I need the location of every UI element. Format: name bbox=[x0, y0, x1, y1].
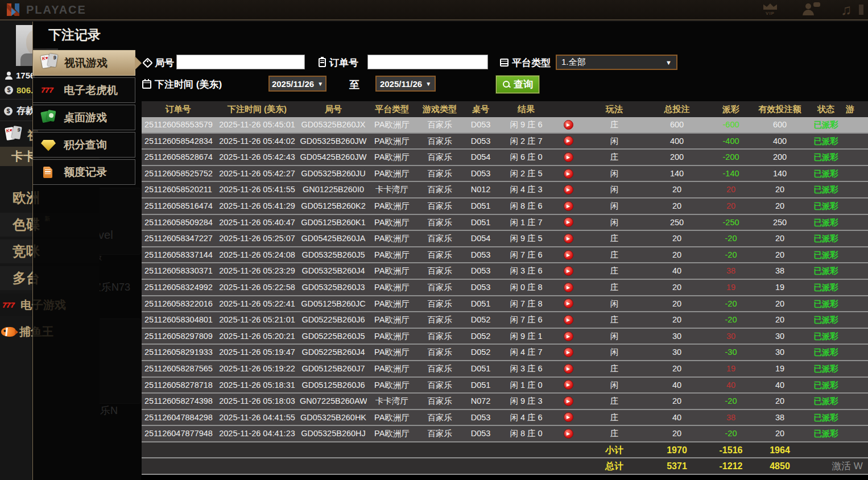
replay-play-button[interactable]: ▶ bbox=[564, 429, 573, 438]
date-to-select[interactable]: 2025/11/26 ▼ bbox=[375, 76, 436, 92]
table-row[interactable]: 2511260582919332025-11-26 05:19:47GD0522… bbox=[142, 345, 868, 361]
table-row[interactable]: 2511260478842982025-11-26 04:41:55GD0532… bbox=[142, 410, 868, 427]
table-row[interactable]: 2511260583220162025-11-26 05:22:41GD0512… bbox=[142, 296, 868, 313]
table-row[interactable]: 2511260585164742025-11-26 05:41:29GD0512… bbox=[142, 198, 868, 215]
replay-play-button[interactable]: ▶ bbox=[564, 120, 573, 130]
platform-select[interactable]: 1.全部 ▼ bbox=[556, 55, 677, 70]
replay-play-button[interactable]: ▶ bbox=[564, 396, 573, 406]
replay-play-button[interactable]: ▶ bbox=[564, 283, 573, 292]
cell-game-type: 百家乐 bbox=[417, 263, 462, 279]
cell-total-bet: 20 bbox=[646, 182, 708, 197]
online-players: 1756 bbox=[5, 71, 35, 80]
cell-valid-bet: 20 bbox=[754, 182, 806, 197]
cell-play-side: 闲 bbox=[583, 345, 646, 360]
replay-play-button[interactable]: ▶ bbox=[564, 152, 573, 162]
vip-button[interactable]: VIP bbox=[758, 1, 783, 19]
cell-game-type: 百家乐 bbox=[417, 215, 462, 230]
tab-label: 桌面游戏 bbox=[64, 110, 107, 125]
cell-result: 闲 6 庄 0 bbox=[499, 150, 553, 165]
cell-payout: -20 bbox=[708, 231, 754, 246]
replay-play-button[interactable]: ▶ bbox=[564, 332, 573, 341]
tab-slots[interactable]: 777 电子老虎机 bbox=[33, 77, 135, 103]
replay-play-button[interactable]: ▶ bbox=[564, 169, 573, 179]
brand-logo[interactable]: PLAYACE bbox=[6, 2, 86, 17]
screen: Jovel 总人数 百家乐N73 Aviam 百家乐N 1756 $ 806. … bbox=[0, 0, 868, 480]
replay-play-button[interactable]: ▶ bbox=[564, 266, 573, 276]
tab-quota-records[interactable]: 额度记录 bbox=[33, 159, 135, 185]
replay-play-button[interactable]: ▶ bbox=[564, 201, 573, 211]
table-row[interactable]: 2511260582978092025-11-26 05:20:21GD0522… bbox=[142, 329, 868, 345]
replay-play-button[interactable]: ▶ bbox=[564, 299, 573, 308]
table-row[interactable]: 2511260583472272025-11-26 05:25:07GD0542… bbox=[142, 231, 868, 247]
tab-video-games[interactable]: K♥ 9 视讯游戏 bbox=[33, 50, 135, 76]
cell-payout: -20 bbox=[708, 296, 754, 312]
replay-play-button[interactable]: ▶ bbox=[564, 234, 573, 243]
table-row[interactable]: 2511260585428342025-11-26 05:44:02GD0532… bbox=[142, 134, 868, 150]
slot-777-icon: 777 bbox=[40, 80, 58, 101]
table-row[interactable]: 2511260585092842025-11-26 05:40:47GD0512… bbox=[142, 215, 868, 231]
cell-table: D053 bbox=[462, 263, 499, 279]
table-row[interactable]: 2511260582875652025-11-26 05:19:22GD0512… bbox=[142, 361, 868, 378]
table-row[interactable]: 2511260583371442025-11-26 05:24:08GD0532… bbox=[142, 247, 868, 264]
replay-play-button[interactable]: ▶ bbox=[564, 364, 573, 374]
table-row[interactable]: 2511260583048012025-11-26 05:21:01GD0522… bbox=[142, 312, 868, 329]
table-row[interactable]: 2511260583303712025-11-26 05:23:29GD0532… bbox=[142, 263, 868, 280]
cell-status: 已派彩 bbox=[806, 296, 846, 312]
table-row[interactable]: 2511260585257522025-11-26 05:42:27GD0532… bbox=[142, 166, 868, 183]
order-input[interactable] bbox=[367, 55, 488, 69]
cell-round-id: GD05325B260HK bbox=[300, 410, 367, 425]
cell-game-type: 百家乐 bbox=[417, 166, 462, 181]
replay-play-button[interactable]: ▶ bbox=[564, 380, 573, 390]
replay-play-button[interactable]: ▶ bbox=[564, 347, 573, 357]
cell-play-side: 闲 bbox=[583, 215, 646, 230]
tab-table-games[interactable]: 桌面游戏 bbox=[33, 105, 135, 130]
cell-replay: ▶ bbox=[553, 361, 583, 376]
replay-play-button[interactable]: ▶ bbox=[564, 136, 573, 146]
cell-valid-bet: 40 bbox=[754, 378, 806, 393]
replay-play-button[interactable]: ▶ bbox=[564, 185, 573, 195]
cell-play-side: 闲 bbox=[583, 166, 646, 181]
cell-bet-time: 2025-11-26 05:24:08 bbox=[214, 247, 300, 263]
cell-valid-bet: 30 bbox=[754, 329, 806, 344]
cell-result: 闲 9 庄 1 bbox=[499, 329, 553, 344]
music-button[interactable]: ♫ bbox=[837, 1, 862, 19]
replay-play-button[interactable]: ▶ bbox=[564, 412, 573, 422]
tab-points[interactable]: 积分查询 bbox=[33, 132, 135, 158]
table-row[interactable]: 2511260585286742025-11-26 05:42:43GD0542… bbox=[142, 150, 868, 166]
replay-play-button[interactable]: ▶ bbox=[564, 315, 573, 325]
round-input[interactable] bbox=[176, 55, 305, 69]
cell-cutoff bbox=[846, 296, 868, 312]
cell-replay: ▶ bbox=[553, 231, 583, 246]
cell-total-bet: 30 bbox=[646, 345, 708, 360]
col-bet-time: 下注时间 (美东) bbox=[214, 101, 300, 117]
date-from-select[interactable]: 2025/11/26 ▼ bbox=[268, 76, 326, 92]
tab-label: 额度记录 bbox=[64, 165, 107, 180]
cell-play-side: 闲 bbox=[583, 134, 646, 149]
cell-valid-bet: 20 bbox=[754, 231, 806, 246]
search-button[interactable]: 查询 bbox=[496, 76, 539, 93]
cell-game-type: 百家乐 bbox=[417, 296, 462, 312]
table-row[interactable]: 2511260585535792025-11-26 05:45:01GD0532… bbox=[142, 117, 868, 134]
table-row[interactable]: 2511260582787182025-11-26 05:18:31GD0512… bbox=[142, 378, 868, 394]
topbar: PLAYACE VIP ♫ bbox=[0, 0, 868, 20]
table-row[interactable]: 2511260583249922025-11-26 05:22:58GD0532… bbox=[142, 280, 868, 296]
cell-status: 已派彩 bbox=[806, 410, 846, 425]
cell-status: 已派彩 bbox=[806, 280, 846, 295]
cell-round-id: GD05125B260K1 bbox=[300, 215, 367, 230]
table-row[interactable]: 2511260582743982025-11-26 05:18:03GN0722… bbox=[142, 394, 868, 410]
brand-text: PLAYACE bbox=[26, 3, 86, 16]
table-body: 2511260585535792025-11-26 05:45:01GD0532… bbox=[142, 117, 868, 442]
activate-watermark: 激活 W bbox=[832, 460, 863, 473]
customer-service-button[interactable] bbox=[797, 1, 822, 19]
subtotal-valid-bet: 1964 bbox=[754, 442, 806, 458]
page-title: 下注记录 bbox=[33, 22, 868, 48]
total-payout: -1212 bbox=[708, 458, 754, 474]
cell-play-side: 庄 bbox=[583, 426, 646, 441]
table-row[interactable]: 2511260478779482025-11-26 04:41:23GD0532… bbox=[142, 426, 868, 442]
cell-table: D053 bbox=[462, 117, 499, 133]
cell-order-id: 251126047877948 bbox=[142, 426, 214, 441]
cell-table: D053 bbox=[462, 134, 499, 149]
replay-play-button[interactable]: ▶ bbox=[564, 250, 573, 260]
table-row[interactable]: 2511260585202112025-11-26 05:41:55GN0122… bbox=[142, 182, 868, 198]
replay-play-button[interactable]: ▶ bbox=[564, 217, 573, 227]
